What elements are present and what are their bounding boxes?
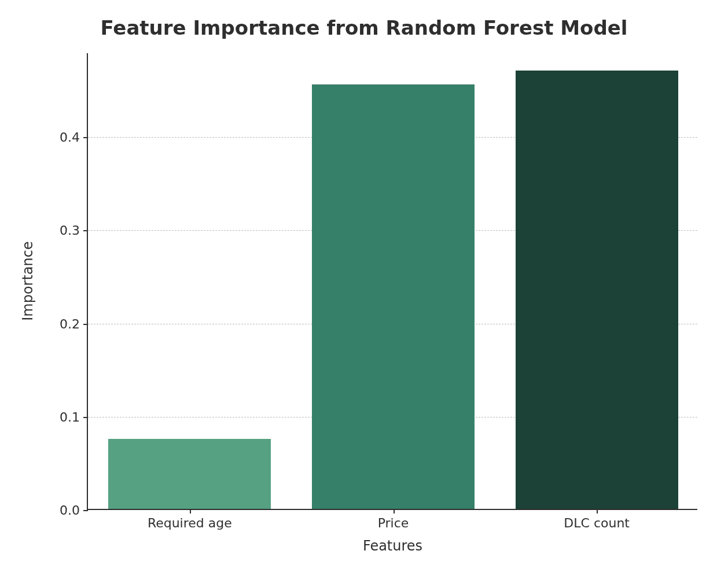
bar-required-age	[108, 439, 271, 509]
bar-price	[312, 84, 475, 509]
ytick-label: 0.1	[60, 409, 88, 424]
ytick-label: 0.0	[60, 503, 88, 518]
xtick-label: Price	[378, 509, 409, 530]
xtick-label: DLC count	[564, 509, 630, 530]
feature-importance-chart: Feature Importance from Random Forest Mo…	[0, 0, 728, 569]
plot-area: Importance Features 0.00.10.20.30.4Requi…	[87, 53, 697, 510]
chart-title: Feature Importance from Random Forest Mo…	[0, 16, 728, 39]
y-axis-label: Importance	[20, 241, 36, 321]
xtick-label: Required age	[148, 509, 232, 530]
ytick-label: 0.3	[60, 223, 88, 238]
ytick-label: 0.2	[60, 316, 88, 331]
bar-dlc-count	[516, 71, 678, 509]
ytick-label: 0.4	[60, 130, 88, 145]
